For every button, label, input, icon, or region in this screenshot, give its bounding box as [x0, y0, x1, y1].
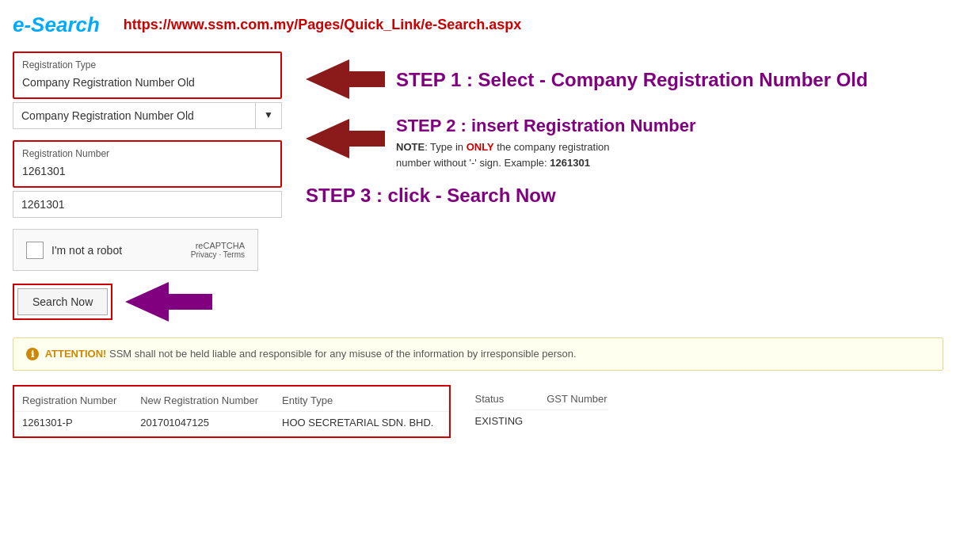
captcha-terms-link[interactable]: Terms [223, 250, 245, 259]
step2-only-word: ONLY [467, 141, 494, 153]
search-row: Search Now [13, 282, 282, 322]
captcha-widget: I'm not a robot reCAPTCHA Privacy · Term… [13, 229, 258, 271]
reg-number-input-row[interactable] [13, 191, 282, 218]
results-layout: Registration Number New Registration Num… [13, 385, 943, 438]
extra-columns: Status GST Number EXISTING [451, 385, 607, 435]
form-column: Registration Type Company Registration N… [13, 51, 282, 337]
step3-arrow [125, 282, 212, 322]
step2-arrow-icon [306, 119, 385, 158]
step1-row: STEP 1 : Select - Company Registration N… [306, 59, 943, 101]
captcha-brand: reCAPTCHA [191, 241, 245, 250]
registration-number-label: Registration Number [22, 148, 272, 159]
col-entity-type-header: Entity Type [274, 386, 450, 412]
captcha-privacy-link[interactable]: Privacy [191, 250, 217, 259]
search-now-button[interactable]: Search Now [17, 288, 108, 315]
instructions-column: STEP 1 : Select - Company Registration N… [306, 51, 943, 223]
col-status-value: EXISTING [474, 410, 547, 436]
col-new-reg-value: 201701047125 [132, 412, 274, 438]
step2-content: STEP 2 : insert Registration Number NOTE… [396, 116, 696, 170]
col-status-header: Status [474, 385, 547, 410]
col-gst-value [547, 410, 607, 436]
step2-note-label: NOTE [396, 141, 425, 153]
arrow-left-icon [125, 282, 212, 322]
step3-text: STEP 3 : click - Search Now [306, 185, 556, 207]
col-reg-number-value: 1261301-P [13, 412, 132, 438]
info-icon: ℹ [26, 348, 39, 360]
reg-number-input[interactable] [13, 191, 282, 218]
step2-title: STEP 2 : insert Registration Number [396, 116, 696, 136]
svg-marker-1 [306, 59, 385, 99]
col-reg-number-header: Registration Number [13, 386, 132, 412]
step1-text: STEP 1 : Select - Company Registration N… [396, 69, 868, 92]
registration-type-group: Registration Type Company Registration N… [13, 51, 282, 99]
col-new-reg-header: New Registration Number [132, 386, 274, 412]
captcha-right: reCAPTCHA Privacy · Terms [191, 241, 245, 259]
dropdown-selected[interactable]: Company Registration Number Old [13, 102, 256, 129]
attention-bar: ℹ ATTENTION! SSM shall not be held liabl… [13, 337, 943, 371]
step2-example: 1261301 [550, 157, 590, 169]
registration-number-group: Registration Number 1261301 [13, 140, 282, 188]
step2-note: NOTE: Type in ONLY the company registrat… [396, 139, 696, 170]
captcha-left: I'm not a robot [26, 242, 122, 259]
header: e-Search https://www.ssm.com.my/Pages/Qu… [13, 13, 943, 37]
registration-type-label: Registration Type [22, 59, 272, 70]
dropdown-full[interactable]: Company Registration Number Old ▼ [13, 102, 282, 129]
site-logo: e-Search [13, 13, 100, 37]
step1-arrow-icon [306, 59, 385, 99]
step2-note-body-text: : Type in [425, 141, 467, 153]
extra-table-row: EXISTING [474, 410, 607, 436]
step2-row: STEP 2 : insert Registration Number NOTE… [306, 116, 943, 170]
captcha-label: I'm not a robot [51, 244, 122, 257]
attention-label: ATTENTION! [45, 348, 107, 360]
results-section: Registration Number New Registration Num… [13, 385, 943, 438]
col-gst-header: GST Number [547, 385, 607, 410]
svg-marker-0 [125, 282, 212, 322]
search-btn-box: Search Now [13, 284, 112, 320]
svg-marker-2 [306, 119, 385, 158]
step2-arrow [306, 119, 385, 161]
registration-type-value: Company Registration Number Old [22, 74, 272, 91]
registration-number-value: 1261301 [22, 162, 272, 180]
main-layout: Registration Type Company Registration N… [13, 51, 943, 337]
results-table: Registration Number New Registration Num… [13, 385, 451, 438]
col-entity-type-value: HOO SECRETARIAL SDN. BHD. [274, 412, 450, 438]
site-url: https://www.ssm.com.my/Pages/Quick_Link/… [124, 17, 522, 33]
captcha-links: Privacy · Terms [191, 250, 245, 259]
table-row: 1261301-P 201701047125 HOO SECRETARIAL S… [13, 412, 450, 438]
step3-row: STEP 3 : click - Search Now [306, 185, 943, 207]
extra-cols-table: Status GST Number EXISTING [474, 385, 607, 435]
captcha-checkbox[interactable] [26, 242, 44, 259]
attention-text: SSM shall not be held liable and respons… [109, 348, 577, 360]
step1-arrow [306, 59, 385, 101]
dropdown-arrow-btn[interactable]: ▼ [256, 102, 282, 129]
